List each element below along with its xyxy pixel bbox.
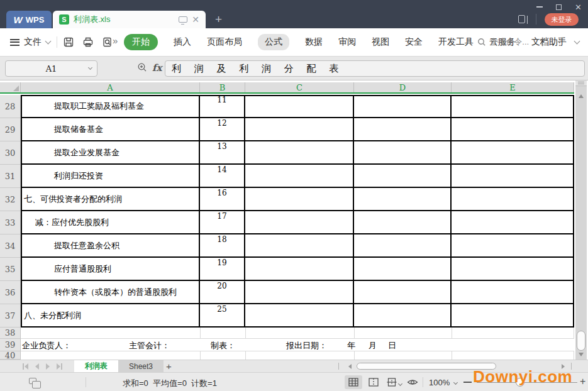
footer-label[interactable]: 日: [388, 340, 396, 351]
page-layout-view-button[interactable]: [383, 375, 401, 389]
cell-item-label[interactable]: 转作资本（或股本）的普通股股利: [21, 281, 200, 304]
cell-empty[interactable]: [245, 304, 354, 328]
reading-view-button[interactable]: [404, 375, 421, 389]
cell-line-code[interactable]: 20: [200, 281, 245, 304]
new-tab-button[interactable]: +: [215, 13, 222, 26]
cell-empty[interactable]: [354, 95, 452, 118]
cell-empty[interactable]: [452, 188, 574, 211]
formula-zoom-icon[interactable]: [137, 62, 148, 75]
save-icon[interactable]: [63, 36, 74, 48]
row-header[interactable]: 31: [0, 165, 21, 188]
sheet-tab-active[interactable]: 利润表: [74, 360, 118, 372]
ribbon-tab-3[interactable]: 页面布局: [207, 36, 242, 48]
cell-empty[interactable]: [245, 281, 354, 304]
cell-item-label[interactable]: 七、可供投资者分配的利润: [21, 188, 200, 211]
selection-mode-icon[interactable]: [29, 378, 36, 384]
first-sheet-icon[interactable]: [23, 363, 28, 370]
presentation-mode-icon[interactable]: [179, 16, 187, 23]
row-header[interactable]: 29: [0, 118, 21, 141]
cell-empty[interactable]: [452, 95, 574, 118]
split-handle-icon[interactable]: [575, 80, 587, 86]
vertical-scrollbar-thumb[interactable]: [577, 331, 585, 351]
cell-line-code[interactable]: 13: [200, 141, 245, 165]
cell-empty[interactable]: [452, 211, 574, 234]
insert-function-icon[interactable]: fx: [152, 62, 162, 74]
cell-empty[interactable]: [452, 281, 574, 304]
dock-window-icon[interactable]: [518, 15, 525, 23]
row-header[interactable]: 30: [0, 141, 21, 165]
cell-empty[interactable]: [354, 234, 452, 258]
formula-input[interactable]: 利 润 及 利 润 分 配 表: [165, 60, 585, 77]
tab-close-icon[interactable]: ✕: [192, 15, 199, 24]
cell-empty[interactable]: [245, 234, 354, 258]
prev-sheet-icon[interactable]: [35, 363, 39, 370]
cell-item-label[interactable]: 利润归还投资: [21, 165, 200, 188]
row-header[interactable]: 33: [0, 211, 21, 234]
vertical-scrollbar[interactable]: [575, 80, 587, 360]
help-icon[interactable]: ?: [540, 37, 545, 47]
row-cells[interactable]: [21, 328, 574, 339]
ribbon-tab-5[interactable]: 数据: [305, 36, 323, 48]
cell-empty[interactable]: [245, 188, 354, 211]
find-command-button[interactable]: 查找命令...: [477, 36, 529, 48]
zoom-in-icon[interactable]: +: [580, 376, 585, 387]
cell-empty[interactable]: [354, 211, 452, 234]
cell-empty[interactable]: [452, 234, 574, 258]
cell-empty[interactable]: [245, 118, 354, 141]
cell-empty[interactable]: [354, 304, 452, 328]
minimize-button[interactable]: [530, 0, 549, 14]
maximize-button[interactable]: [549, 0, 569, 14]
zoom-out-icon[interactable]: [463, 382, 472, 383]
cell-empty[interactable]: [245, 211, 354, 234]
login-button[interactable]: 未登录: [545, 13, 579, 26]
scroll-up-icon[interactable]: [579, 94, 584, 98]
footer-label[interactable]: 主管会计：: [129, 340, 170, 351]
row-header[interactable]: 40: [0, 351, 21, 360]
collapse-ribbon-icon[interactable]: [574, 38, 580, 44]
footer-label[interactable]: 月: [369, 340, 377, 351]
more-options-icon[interactable]: ⋮: [555, 37, 564, 47]
cell-empty[interactable]: [452, 118, 574, 141]
cell-item-label[interactable]: 八、未分配利润: [21, 304, 200, 328]
ribbon-tab-7[interactable]: 视图: [372, 36, 389, 48]
print-preview-icon[interactable]: [102, 36, 113, 48]
row-cells[interactable]: 企业负责人：主管会计：制表：报出日期：年月日: [21, 339, 574, 351]
cell-empty[interactable]: [354, 118, 452, 141]
ribbon-tab-6[interactable]: 审阅: [338, 36, 356, 48]
ribbon-tab-1[interactable]: 开始: [124, 34, 158, 50]
document-tab[interactable]: S 利润表.xls ✕: [53, 11, 206, 28]
cell-empty[interactable]: [245, 258, 354, 281]
cell-line-code[interactable]: 25: [200, 304, 245, 328]
cell-line-code[interactable]: 18: [200, 234, 245, 258]
cell-empty[interactable]: [452, 165, 574, 188]
name-box[interactable]: A1: [5, 60, 97, 77]
hscroll-split-left[interactable]: [338, 363, 339, 370]
cell-line-code[interactable]: 19: [200, 258, 245, 281]
cell-empty[interactable]: [354, 258, 452, 281]
footer-label[interactable]: 企业负责人：: [22, 340, 71, 351]
last-sheet-icon[interactable]: [57, 363, 62, 370]
wps-menu-tab[interactable]: W WPS: [6, 11, 52, 28]
cell-empty[interactable]: [452, 141, 574, 165]
cell-empty[interactable]: [245, 141, 354, 165]
footer-label[interactable]: 报出日期：: [286, 340, 327, 351]
cell-empty[interactable]: [452, 258, 574, 281]
more-quick-icons[interactable]: »: [113, 35, 118, 46]
select-all-corner[interactable]: [0, 82, 21, 92]
add-sheet-button[interactable]: +: [166, 361, 172, 372]
zoom-dropdown-icon[interactable]: [453, 380, 458, 385]
row-header[interactable]: 36: [0, 281, 21, 304]
row-header[interactable]: 37: [0, 304, 21, 328]
normal-view-button[interactable]: [345, 375, 362, 389]
row-header[interactable]: 34: [0, 234, 21, 258]
cell-line-code[interactable]: 11: [200, 95, 245, 118]
cell-empty[interactable]: [354, 281, 452, 304]
cell-line-code[interactable]: 14: [200, 165, 245, 188]
namebox-dropdown-icon[interactable]: [88, 65, 92, 70]
row-header[interactable]: 28: [0, 95, 21, 118]
column-header-e[interactable]: E: [452, 82, 574, 92]
footer-label[interactable]: 制表：: [211, 340, 235, 351]
row-header[interactable]: 32: [0, 188, 21, 211]
cell-line-code[interactable]: 17: [200, 211, 245, 234]
cell-empty[interactable]: [245, 95, 354, 118]
